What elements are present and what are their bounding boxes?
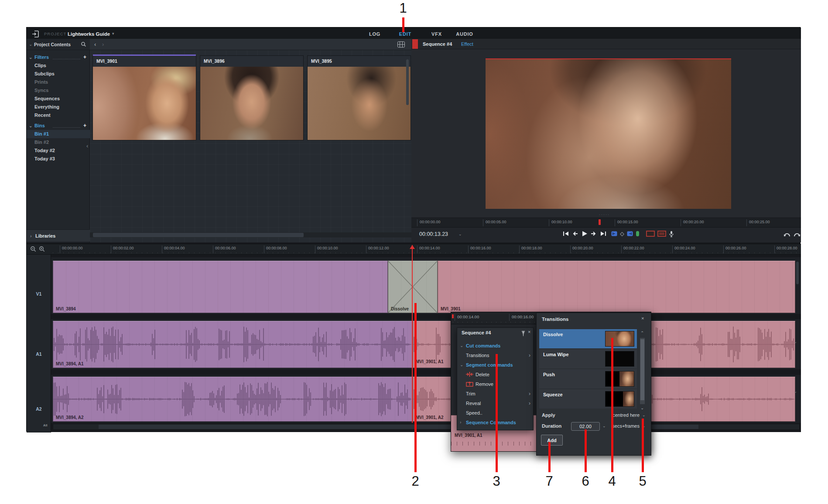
scroll-down-icon[interactable]: ⌄ xyxy=(640,405,644,410)
track-label-a1[interactable]: A1 xyxy=(27,351,51,357)
annotation-line xyxy=(496,354,498,472)
remove-segment-icon xyxy=(466,381,473,387)
step-back-button[interactable] xyxy=(572,231,580,238)
close-icon[interactable]: × xyxy=(528,329,530,334)
sidebar-item-bin2[interactable]: Bin #2 xyxy=(27,138,90,146)
timecode-caret-icon[interactable]: ⌄ xyxy=(458,228,462,241)
bin-browser: ‹ › MVI_3901 MVI_3896 MVI_3895 xyxy=(90,39,411,242)
clip-thumbnail xyxy=(308,67,411,140)
submenu-arrow-icon: › xyxy=(529,389,530,398)
close-icon[interactable]: × xyxy=(641,316,644,321)
search-icon[interactable] xyxy=(81,41,86,47)
remove-cut-icon[interactable] xyxy=(646,231,654,238)
zoom-out-icon[interactable] xyxy=(30,246,37,252)
transition-option-luma-wipe[interactable]: Luma Wipe xyxy=(539,349,637,368)
sidebar-section-bins[interactable]: ⌄ Bins + xyxy=(27,122,90,130)
clip-tile[interactable]: MVI_3895 xyxy=(308,56,411,140)
delete-cut-icon[interactable] xyxy=(657,231,665,238)
scroll-down-icon[interactable]: ⌄ xyxy=(794,339,797,344)
dotted-leader xyxy=(53,59,80,59)
apply-label: Apply xyxy=(542,412,555,418)
bottom-track-label: All xyxy=(43,423,48,427)
sidebar-item-clips[interactable]: Clips xyxy=(27,61,90,70)
project-contents-header[interactable]: ⌄ Project Contents xyxy=(27,39,90,50)
annotation-callout-6: 6 xyxy=(578,429,592,489)
sidebar-item-sequences[interactable]: Sequences xyxy=(27,95,90,103)
clip-tile[interactable]: MVI_3901 xyxy=(93,56,196,140)
track-label-v1[interactable]: V1 xyxy=(27,291,51,296)
playhead-marker[interactable] xyxy=(410,245,415,250)
timeline-audio-mvi3894-a2[interactable]: MVI_3894, A2 xyxy=(53,377,413,422)
chevron-down-icon: ⌄ xyxy=(29,53,32,61)
track-v1: MVI_3894 Dissolve MVI_3901 xyxy=(51,257,801,314)
go-to-start-button[interactable] xyxy=(562,231,570,238)
clip-tile[interactable]: MVI_3896 xyxy=(200,56,303,140)
submenu-arrow-icon: › xyxy=(529,398,530,408)
sidebar-item-today2[interactable]: Today #2 xyxy=(27,146,90,155)
sidebar-item-everything[interactable]: Everything xyxy=(27,103,90,111)
sidebar-item-prints[interactable]: Prints xyxy=(27,78,90,86)
transition-option-push[interactable]: Push xyxy=(539,369,637,388)
mark-out-icon[interactable] xyxy=(627,231,635,238)
tile-view-icon[interactable] xyxy=(397,41,405,48)
forward-icon[interactable]: › xyxy=(102,39,104,50)
back-icon[interactable]: ‹ xyxy=(94,39,96,50)
add-filter-icon[interactable]: + xyxy=(83,53,86,61)
exit-project-icon[interactable] xyxy=(32,31,39,37)
sidebar-item-syncs[interactable]: Syncs xyxy=(27,86,90,95)
clip-name: MVI_3901 xyxy=(93,56,196,67)
sidebar-item-bin1[interactable]: Bin #1 xyxy=(27,130,90,138)
viewer-timeline-ruler[interactable]: 00:00:00.00 00:00:05.00 00:00:10.00 00:0… xyxy=(411,218,801,227)
annotation-callout-7: 7 xyxy=(542,442,556,489)
step-forward-button[interactable] xyxy=(590,231,598,238)
sidebar-item-subclips[interactable]: Subclips xyxy=(27,70,90,78)
effect-link[interactable]: Effect xyxy=(461,39,473,49)
add-bin-icon[interactable]: + xyxy=(83,122,86,130)
context-menu-title: Sequence #4 xyxy=(462,330,491,335)
chevron-right-icon: › xyxy=(30,230,32,242)
sidebar-item-recent[interactable]: Recent xyxy=(27,111,90,119)
timeline-vertical-scrollbar[interactable] xyxy=(796,262,799,284)
annotation-line xyxy=(548,442,551,472)
track-a2: MVI_3894, A2 MVI_3901, A2 xyxy=(51,375,801,423)
timeline-clip-mvi3901[interactable]: MVI_3901 xyxy=(438,261,795,313)
sidebar-section-filters[interactable]: ⌄ Filters + xyxy=(27,53,90,61)
transitions-scrollbar-thumb[interactable] xyxy=(640,339,644,400)
track-label-a2[interactable]: A2 xyxy=(27,406,51,412)
sidebar-item-libraries[interactable]: › Libraries xyxy=(27,229,90,242)
annotation-line xyxy=(611,338,613,472)
annotation-line xyxy=(402,17,404,32)
sync-icon[interactable] xyxy=(636,231,643,238)
clip-thumbnail xyxy=(93,67,196,140)
undo-icon[interactable] xyxy=(784,231,791,237)
bin-vertical-scrollbar[interactable] xyxy=(406,59,409,105)
delete-cut-icon xyxy=(466,371,473,377)
go-to-end-button[interactable] xyxy=(600,231,608,238)
bin-horizontal-scrollbar-thumb[interactable] xyxy=(93,233,304,237)
timecode-display[interactable]: 00:00:13.23 xyxy=(419,228,448,241)
scroll-up-icon[interactable]: ⌃ xyxy=(640,330,644,335)
timeline-clip-mvi3894[interactable]: MVI_3894 xyxy=(53,261,388,313)
transition-option-dissolve[interactable]: Dissolve xyxy=(539,329,637,348)
scroll-down-icon[interactable]: ⌄ xyxy=(794,389,797,394)
annotation-callout-3: 3 xyxy=(489,354,503,489)
viewer-playhead[interactable] xyxy=(599,219,601,225)
mark-in-icon[interactable] xyxy=(611,231,619,238)
resize-handle-icon[interactable]: ····· xyxy=(599,212,610,217)
zoom-in-icon[interactable] xyxy=(39,246,45,252)
chevron-down-icon[interactable]: ⌄ xyxy=(642,413,646,417)
timeline-audio-mvi3894-a1[interactable]: MVI_3894, A1 xyxy=(53,321,413,368)
viewer-title[interactable]: Sequence #4 xyxy=(423,39,452,49)
menu-section-cut-commands[interactable]: ⌄Cut commands xyxy=(457,341,534,351)
transition-option-squeeze[interactable]: Squeeze xyxy=(539,389,637,409)
microphone-icon[interactable] xyxy=(669,231,677,238)
sidebar-item-today3[interactable]: Today #3 xyxy=(27,155,90,163)
video-monitor[interactable] xyxy=(486,58,731,209)
annotation-callout-2: 2 xyxy=(408,303,422,489)
dotted-leader xyxy=(53,127,80,128)
redo-icon[interactable] xyxy=(794,231,801,237)
sidebar-collapse-icon[interactable]: ‹ xyxy=(86,143,88,149)
chevron-down-icon: ⌄ xyxy=(460,341,463,351)
pin-icon[interactable] xyxy=(521,331,526,336)
play-button[interactable] xyxy=(582,231,589,238)
